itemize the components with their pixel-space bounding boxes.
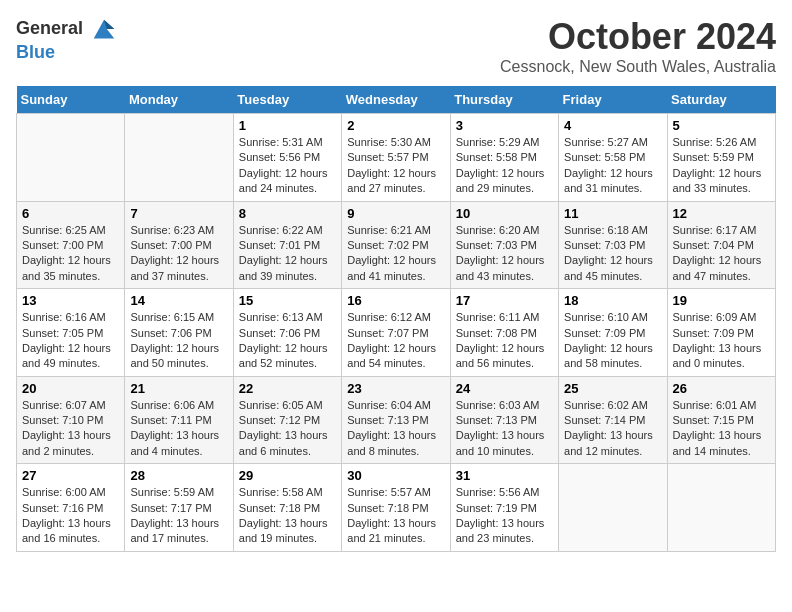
day-cell: 16Sunrise: 6:12 AMSunset: 7:07 PMDayligh…	[342, 289, 450, 377]
day-cell: 14Sunrise: 6:15 AMSunset: 7:06 PMDayligh…	[125, 289, 233, 377]
day-info: Sunrise: 5:57 AMSunset: 7:18 PMDaylight:…	[347, 485, 444, 547]
day-info: Sunrise: 6:12 AMSunset: 7:07 PMDaylight:…	[347, 310, 444, 372]
day-number: 12	[673, 206, 770, 221]
day-number: 8	[239, 206, 336, 221]
day-cell: 26Sunrise: 6:01 AMSunset: 7:15 PMDayligh…	[667, 376, 775, 464]
day-cell: 28Sunrise: 5:59 AMSunset: 7:17 PMDayligh…	[125, 464, 233, 552]
day-number: 22	[239, 381, 336, 396]
day-cell: 25Sunrise: 6:02 AMSunset: 7:14 PMDayligh…	[559, 376, 667, 464]
day-number: 23	[347, 381, 444, 396]
day-info: Sunrise: 5:59 AMSunset: 7:17 PMDaylight:…	[130, 485, 227, 547]
day-info: Sunrise: 6:01 AMSunset: 7:15 PMDaylight:…	[673, 398, 770, 460]
day-cell	[667, 464, 775, 552]
day-cell: 23Sunrise: 6:04 AMSunset: 7:13 PMDayligh…	[342, 376, 450, 464]
day-info: Sunrise: 5:26 AMSunset: 5:59 PMDaylight:…	[673, 135, 770, 197]
day-number: 27	[22, 468, 119, 483]
day-info: Sunrise: 6:16 AMSunset: 7:05 PMDaylight:…	[22, 310, 119, 372]
day-info: Sunrise: 6:04 AMSunset: 7:13 PMDaylight:…	[347, 398, 444, 460]
day-cell	[559, 464, 667, 552]
header-row: SundayMondayTuesdayWednesdayThursdayFrid…	[17, 86, 776, 114]
day-cell: 17Sunrise: 6:11 AMSunset: 7:08 PMDayligh…	[450, 289, 558, 377]
day-cell: 9Sunrise: 6:21 AMSunset: 7:02 PMDaylight…	[342, 201, 450, 289]
day-number: 16	[347, 293, 444, 308]
day-info: Sunrise: 5:30 AMSunset: 5:57 PMDaylight:…	[347, 135, 444, 197]
day-info: Sunrise: 5:29 AMSunset: 5:58 PMDaylight:…	[456, 135, 553, 197]
header-cell-monday: Monday	[125, 86, 233, 114]
day-cell: 22Sunrise: 6:05 AMSunset: 7:12 PMDayligh…	[233, 376, 341, 464]
week-row-0: 1Sunrise: 5:31 AMSunset: 5:56 PMDaylight…	[17, 114, 776, 202]
day-cell: 7Sunrise: 6:23 AMSunset: 7:00 PMDaylight…	[125, 201, 233, 289]
header-cell-thursday: Thursday	[450, 86, 558, 114]
day-info: Sunrise: 6:20 AMSunset: 7:03 PMDaylight:…	[456, 223, 553, 285]
day-cell: 3Sunrise: 5:29 AMSunset: 5:58 PMDaylight…	[450, 114, 558, 202]
day-cell: 5Sunrise: 5:26 AMSunset: 5:59 PMDaylight…	[667, 114, 775, 202]
day-number: 4	[564, 118, 661, 133]
day-info: Sunrise: 6:06 AMSunset: 7:11 PMDaylight:…	[130, 398, 227, 460]
day-cell: 30Sunrise: 5:57 AMSunset: 7:18 PMDayligh…	[342, 464, 450, 552]
week-row-3: 20Sunrise: 6:07 AMSunset: 7:10 PMDayligh…	[17, 376, 776, 464]
day-cell	[17, 114, 125, 202]
day-number: 1	[239, 118, 336, 133]
header-cell-tuesday: Tuesday	[233, 86, 341, 114]
day-number: 26	[673, 381, 770, 396]
day-info: Sunrise: 6:21 AMSunset: 7:02 PMDaylight:…	[347, 223, 444, 285]
day-number: 2	[347, 118, 444, 133]
logo: General Blue	[16, 16, 118, 63]
day-info: Sunrise: 6:18 AMSunset: 7:03 PMDaylight:…	[564, 223, 661, 285]
day-cell: 6Sunrise: 6:25 AMSunset: 7:00 PMDaylight…	[17, 201, 125, 289]
calendar-table: SundayMondayTuesdayWednesdayThursdayFrid…	[16, 86, 776, 552]
day-number: 18	[564, 293, 661, 308]
day-info: Sunrise: 6:09 AMSunset: 7:09 PMDaylight:…	[673, 310, 770, 372]
day-number: 28	[130, 468, 227, 483]
day-cell: 12Sunrise: 6:17 AMSunset: 7:04 PMDayligh…	[667, 201, 775, 289]
day-cell: 15Sunrise: 6:13 AMSunset: 7:06 PMDayligh…	[233, 289, 341, 377]
page-header: General Blue October 2024 Cessnock, New …	[16, 16, 776, 76]
day-info: Sunrise: 5:56 AMSunset: 7:19 PMDaylight:…	[456, 485, 553, 547]
day-cell: 20Sunrise: 6:07 AMSunset: 7:10 PMDayligh…	[17, 376, 125, 464]
day-cell: 19Sunrise: 6:09 AMSunset: 7:09 PMDayligh…	[667, 289, 775, 377]
day-number: 19	[673, 293, 770, 308]
week-row-4: 27Sunrise: 6:00 AMSunset: 7:16 PMDayligh…	[17, 464, 776, 552]
logo-text: General	[16, 16, 118, 44]
day-cell: 4Sunrise: 5:27 AMSunset: 5:58 PMDaylight…	[559, 114, 667, 202]
day-info: Sunrise: 6:11 AMSunset: 7:08 PMDaylight:…	[456, 310, 553, 372]
day-cell: 31Sunrise: 5:56 AMSunset: 7:19 PMDayligh…	[450, 464, 558, 552]
day-cell: 10Sunrise: 6:20 AMSunset: 7:03 PMDayligh…	[450, 201, 558, 289]
day-number: 20	[22, 381, 119, 396]
day-cell: 18Sunrise: 6:10 AMSunset: 7:09 PMDayligh…	[559, 289, 667, 377]
logo-icon	[90, 16, 118, 44]
svg-marker-0	[93, 20, 114, 39]
day-info: Sunrise: 6:17 AMSunset: 7:04 PMDaylight:…	[673, 223, 770, 285]
day-info: Sunrise: 6:25 AMSunset: 7:00 PMDaylight:…	[22, 223, 119, 285]
day-info: Sunrise: 5:27 AMSunset: 5:58 PMDaylight:…	[564, 135, 661, 197]
day-info: Sunrise: 6:02 AMSunset: 7:14 PMDaylight:…	[564, 398, 661, 460]
day-cell: 11Sunrise: 6:18 AMSunset: 7:03 PMDayligh…	[559, 201, 667, 289]
day-number: 5	[673, 118, 770, 133]
day-number: 3	[456, 118, 553, 133]
day-number: 29	[239, 468, 336, 483]
day-info: Sunrise: 6:07 AMSunset: 7:10 PMDaylight:…	[22, 398, 119, 460]
day-number: 25	[564, 381, 661, 396]
day-number: 9	[347, 206, 444, 221]
calendar-title: October 2024	[500, 16, 776, 58]
day-info: Sunrise: 5:31 AMSunset: 5:56 PMDaylight:…	[239, 135, 336, 197]
day-number: 7	[130, 206, 227, 221]
day-info: Sunrise: 6:03 AMSunset: 7:13 PMDaylight:…	[456, 398, 553, 460]
day-number: 17	[456, 293, 553, 308]
day-info: Sunrise: 6:23 AMSunset: 7:00 PMDaylight:…	[130, 223, 227, 285]
day-cell: 29Sunrise: 5:58 AMSunset: 7:18 PMDayligh…	[233, 464, 341, 552]
header-cell-friday: Friday	[559, 86, 667, 114]
calendar-subtitle: Cessnock, New South Wales, Australia	[500, 58, 776, 76]
day-cell: 1Sunrise: 5:31 AMSunset: 5:56 PMDaylight…	[233, 114, 341, 202]
day-number: 11	[564, 206, 661, 221]
week-row-1: 6Sunrise: 6:25 AMSunset: 7:00 PMDaylight…	[17, 201, 776, 289]
day-info: Sunrise: 6:10 AMSunset: 7:09 PMDaylight:…	[564, 310, 661, 372]
day-info: Sunrise: 6:00 AMSunset: 7:16 PMDaylight:…	[22, 485, 119, 547]
day-info: Sunrise: 6:22 AMSunset: 7:01 PMDaylight:…	[239, 223, 336, 285]
day-number: 14	[130, 293, 227, 308]
day-cell	[125, 114, 233, 202]
day-number: 15	[239, 293, 336, 308]
day-info: Sunrise: 6:05 AMSunset: 7:12 PMDaylight:…	[239, 398, 336, 460]
day-number: 30	[347, 468, 444, 483]
header-cell-saturday: Saturday	[667, 86, 775, 114]
